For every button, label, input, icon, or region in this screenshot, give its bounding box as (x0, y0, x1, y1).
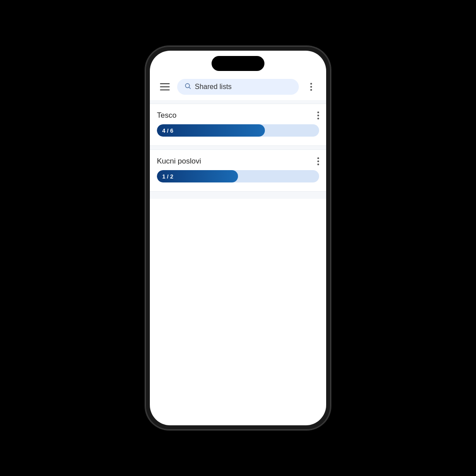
hamburger-line-3 (160, 89, 170, 90)
header-more-button[interactable] (303, 79, 319, 95)
svg-line-5 (189, 87, 190, 89)
progress-fill-kucni: 1 / 2 (157, 170, 238, 182)
progress-label-kucni: 1 / 2 (162, 173, 173, 180)
list-card-header-kucni: Kucni poslovi (157, 157, 319, 166)
phone-screen: Shared lists Tesco (150, 51, 326, 425)
hamburger-line-1 (160, 83, 170, 84)
progress-bar-tesco: 4 / 6 (157, 124, 319, 137)
screen-rest (150, 199, 326, 375)
dynamic-island (212, 56, 264, 71)
list-more-button-kucni[interactable] (317, 157, 319, 165)
progress-bar-kucni: 1 / 2 (157, 170, 319, 182)
list-name-kucni: Kucni poslovi (157, 157, 201, 166)
hamburger-line-2 (160, 86, 170, 87)
phone-frame: Shared lists Tesco (145, 46, 331, 430)
header: Shared lists (150, 75, 326, 100)
list-more-button-tesco[interactable] (317, 112, 319, 119)
search-icon (184, 82, 191, 91)
content-area: Tesco 4 / 6 Kucni poslovi (150, 100, 326, 199)
search-placeholder-text: Shared lists (195, 83, 232, 91)
list-card-kucni-poslovi[interactable]: Kucni poslovi 1 / 2 (150, 149, 326, 192)
three-dots-icon (310, 83, 312, 91)
search-bar[interactable]: Shared lists (177, 79, 299, 95)
progress-label-tesco: 4 / 6 (162, 127, 173, 134)
list-card-tesco[interactable]: Tesco 4 / 6 (150, 104, 326, 146)
progress-fill-tesco: 4 / 6 (157, 124, 265, 137)
list-name-tesco: Tesco (157, 111, 176, 120)
list-card-header: Tesco (157, 111, 319, 120)
hamburger-button[interactable] (157, 79, 173, 95)
